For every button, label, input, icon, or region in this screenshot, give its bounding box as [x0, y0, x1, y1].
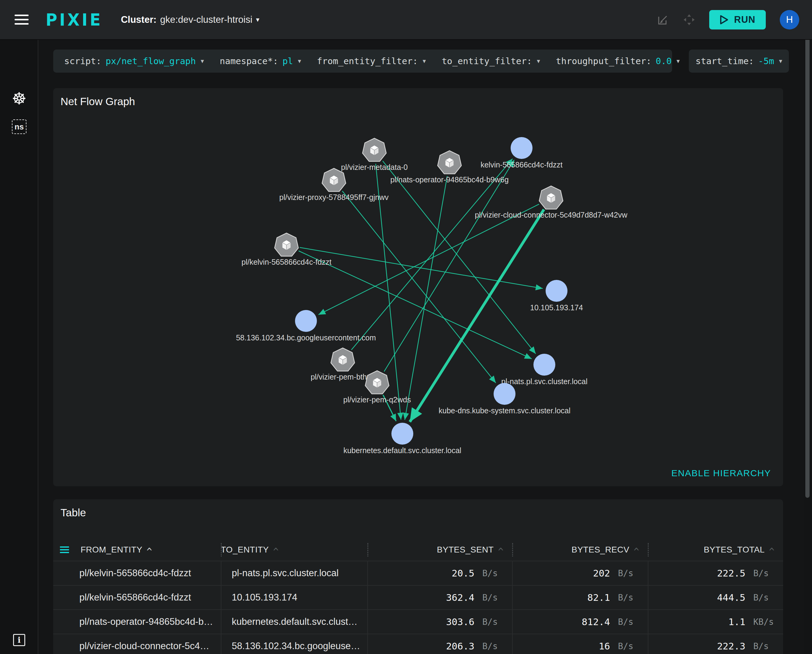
sidebar-item-info[interactable]: i	[0, 634, 38, 646]
net-flow-graph-panel: Net Flow Graph pl/vizier-metadata-0pl/na…	[53, 88, 783, 486]
sort-caret-icon: ^	[147, 550, 152, 553]
chevron-down-icon: ▾	[423, 57, 426, 65]
graph-node-kelvin-svc[interactable]: kelvin-565866cd4c-fdzzt	[481, 137, 562, 169]
graph-node-label: pl/vizier-pem-q2wds	[343, 396, 411, 404]
start-time-label: start_time:	[696, 56, 754, 66]
cell-bytes-sent: 303.6B/s	[368, 610, 512, 634]
graph-edge-pem-bthc9-to-kelvin-svc	[351, 159, 512, 350]
sidebar: ☸ ns i ?	[0, 40, 38, 654]
graph-node-label: kelvin-565866cd4c-fdzzt	[481, 160, 562, 169]
table-panel: Table FROM_ENTITY^TO_ENTITY^BYTES_SENT^B…	[53, 499, 783, 654]
filter-namespace[interactable]: namespace*:pl▾	[212, 49, 309, 73]
info-icon: i	[13, 634, 25, 646]
move-arrows-icon	[683, 14, 695, 26]
graph-node-vizier-metadata[interactable]: pl/vizier-metadata-0	[341, 138, 408, 171]
graph-node-label: pl/vizier-metadata-0	[341, 163, 408, 171]
unit: KB/s	[745, 617, 775, 627]
unit: B/s	[475, 568, 504, 578]
graph-node-pl-nats[interactable]: pl-nats.pl.svc.cluster.local	[501, 354, 587, 386]
move-widgets-icon[interactable]	[683, 14, 695, 26]
value: 362.4	[368, 592, 475, 603]
value: 222.5	[648, 568, 745, 579]
graph-node-kube-dns[interactable]: kube-dns.kube-system.svc.cluster.local	[438, 383, 570, 415]
column-header-bytes_sent[interactable]: BYTES_SENT^	[368, 539, 512, 561]
start-time-filter[interactable]: start_time: -5m ▾	[689, 49, 789, 73]
graph-node-ip-10-105-193-174[interactable]: 10.105.193.174	[530, 280, 583, 312]
graph-node-label: pl-nats.pl.svc.cluster.local	[501, 377, 587, 386]
filter-value: pl	[282, 56, 293, 66]
sidebar-item-namespaces[interactable]: ns	[0, 119, 38, 134]
column-label: BYTES_TOTAL	[704, 545, 765, 555]
graph-node-label: 10.105.193.174	[530, 303, 583, 312]
filter-throughput_filter[interactable]: throughput_filter:0.0▾	[548, 49, 688, 73]
unit: B/s	[610, 593, 639, 603]
unit: B/s	[475, 593, 504, 603]
column-header-from_entity[interactable]: FROM_ENTITY^	[53, 539, 221, 561]
namespace-icon: ns	[12, 119, 26, 134]
chevron-down-icon: ▾	[537, 57, 540, 65]
column-label: BYTES_RECV	[571, 545, 629, 555]
filter-label: namespace*:	[220, 56, 278, 66]
column-separator[interactable]	[221, 543, 222, 556]
table-controls-icon[interactable]	[60, 545, 69, 555]
cell-bytes-sent: 206.3B/s	[368, 634, 512, 654]
sort-caret-icon: ^	[633, 550, 639, 553]
graph-node-vizier-proxy[interactable]: pl/vizier-proxy-5788495ff7-gjnwv	[279, 168, 389, 202]
graph-node-label: kubernetes.default.svc.cluster.local	[343, 446, 461, 455]
cell-to-entity: 58.136.102.34.bc.googleuse…	[221, 634, 368, 654]
column-separator[interactable]	[368, 543, 368, 556]
run-button[interactable]: RUN	[709, 10, 766, 29]
unit: B/s	[610, 568, 639, 578]
unit: B/s	[475, 617, 504, 627]
sidebar-item-cluster[interactable]: ☸	[0, 89, 38, 108]
column-separator[interactable]	[648, 543, 649, 556]
enable-hierarchy-button[interactable]: ENABLE HIERARCHY	[671, 468, 771, 478]
pixie-logo[interactable]: PIXIE	[46, 10, 103, 29]
graph-node-kelvin-pod[interactable]: pl/kelvin-565866cd4c-fdzzt	[242, 233, 331, 266]
edit-script-icon[interactable]	[657, 14, 669, 26]
cell-to-entity: 10.105.193.174	[221, 585, 368, 609]
cell-bytes-total: 1.1KB/s	[648, 610, 783, 634]
column-separator[interactable]	[512, 543, 513, 556]
cell-to-entity: kubernetes.default.svc.clust…	[221, 610, 368, 634]
net-flow-graph-canvas[interactable]: pl/vizier-metadata-0pl/nats-operator-948…	[53, 88, 783, 486]
filter-label: throughput_filter:	[556, 56, 651, 66]
cluster-selector[interactable]: Cluster: gke:dev-cluster-htroisi ▾	[121, 14, 259, 25]
table-row[interactable]: pl/kelvin-565866cd4c-fdzztpl-nats.pl.svc…	[53, 561, 783, 585]
graph-node-googleusercontent[interactable]: 58.136.102.34.bc.googleusercontent.com	[236, 310, 376, 342]
column-label: FROM_ENTITY	[81, 545, 142, 555]
table-row[interactable]: pl/vizier-cloud-connector-5c4…58.136.102…	[53, 634, 783, 654]
filter-card: script:px/net_flow_graph▾namespace*:pl▾f…	[53, 49, 672, 73]
cell-from-entity: pl/kelvin-565866cd4c-fdzzt	[53, 585, 221, 609]
table-header-row: FROM_ENTITY^TO_ENTITY^BYTES_SENT^BYTES_R…	[53, 539, 783, 561]
graph-edge-vizier-proxy-to-kube-dns	[342, 191, 496, 383]
avatar[interactable]: H	[780, 10, 799, 29]
cell-from-entity: pl/kelvin-565866cd4c-fdzzt	[53, 561, 221, 585]
filter-to_entity_filter[interactable]: to_entity_filter:▾	[434, 49, 548, 73]
play-icon	[720, 15, 729, 25]
column-header-bytes_recv[interactable]: BYTES_RECV^	[512, 539, 648, 561]
graph-edge-pem-q2wds-to-kelvin-svc	[384, 160, 514, 371]
sort-caret-icon: ^	[273, 550, 279, 553]
filter-from_entity_filter[interactable]: from_entity_filter:▾	[309, 49, 434, 73]
cell-bytes-total: 444.5B/s	[648, 585, 783, 609]
graph-node-pem-bthc9[interactable]: pl/vizier-pem-bthc9	[311, 348, 375, 381]
value: 444.5	[648, 592, 745, 603]
unit: B/s	[610, 617, 639, 627]
table-row[interactable]: pl/nats-operator-94865bc4d-b…kubernetes.…	[53, 609, 783, 634]
column-header-bytes_total[interactable]: BYTES_TOTAL^	[648, 539, 783, 561]
menu-icon[interactable]	[15, 12, 29, 28]
sort-caret-icon: ^	[769, 550, 775, 553]
scrollbar-thumb[interactable]	[805, 34, 810, 498]
graph-node-cloud-connector[interactable]: pl/vizier-cloud-connector-5c49d7d8d7-w42…	[475, 186, 628, 219]
column-label: BYTES_SENT	[437, 545, 493, 555]
start-time-value: -5m	[758, 56, 774, 66]
chevron-down-icon: ▾	[298, 57, 301, 65]
table-row[interactable]: pl/kelvin-565866cd4c-fdzzt10.105.193.174…	[53, 585, 783, 609]
filter-label: script:	[64, 56, 101, 66]
graph-node-label: pl/vizier-pem-bthc9	[311, 373, 375, 381]
graph-node-kubernetes[interactable]: kubernetes.default.svc.cluster.local	[343, 423, 461, 455]
column-header-to_entity[interactable]: TO_ENTITY^	[221, 539, 368, 561]
filter-script[interactable]: script:px/net_flow_graph▾	[56, 49, 212, 73]
value: 206.3	[368, 641, 475, 652]
